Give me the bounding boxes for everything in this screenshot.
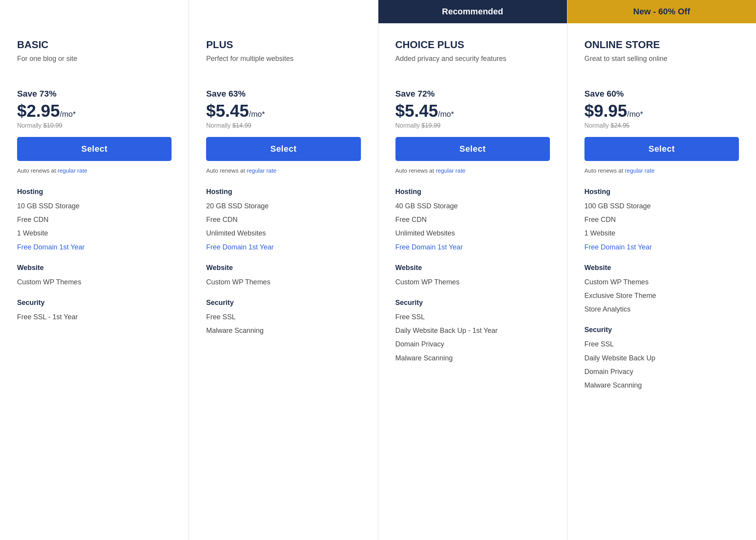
- hosting-title-basic: Hosting: [17, 188, 172, 196]
- website-feature-online-store-2: Store Analytics: [584, 305, 739, 314]
- website-group-basic: WebsiteCustom WP Themes: [17, 264, 172, 287]
- plan-col-basic: BASICFor one blog or siteSave 73% $2.95 …: [0, 0, 189, 540]
- security-feature-online-store-0: Free SSL: [584, 339, 739, 349]
- website-title-online-store: Website: [584, 264, 739, 272]
- plan-col-plus: PLUSPerfect for multiple websitesSave 63…: [189, 0, 378, 540]
- plan-name-choice-plus: CHOICE PLUS: [395, 39, 550, 51]
- hosting-feature-basic-2: 1 Website: [17, 228, 172, 238]
- security-feature-online-store-3: Malware Scanning: [584, 381, 739, 390]
- regular-rate-link-basic[interactable]: regular rate: [57, 167, 87, 174]
- plan-body-basic: BASICFor one blog or siteSave 73% $2.95 …: [0, 23, 189, 540]
- plan-badge-basic: [0, 0, 189, 23]
- regular-rate-link-plus[interactable]: regular rate: [246, 167, 276, 174]
- auto-renew-plus: Auto renews at regular rate: [206, 167, 361, 174]
- website-feature-online-store-1: Exclusive Store Theme: [584, 291, 739, 301]
- website-title-basic: Website: [17, 264, 172, 272]
- plan-normal-price-plus: Normally $14.99: [206, 122, 361, 129]
- auto-renew-choice-plus: Auto renews at regular rate: [395, 167, 550, 174]
- plan-save-online-store: Save 60%: [584, 89, 739, 99]
- security-group-plus: SecurityFree SSLMalware Scanning: [206, 299, 361, 336]
- plan-normal-price-choice-plus: Normally $19.99: [395, 122, 550, 129]
- hosting-feature-plus-2: Unlimited Websites: [206, 228, 361, 238]
- plan-normal-price-basic: Normally $10.99: [17, 122, 172, 129]
- hosting-feature-choice-plus-2: Unlimited Websites: [395, 228, 550, 238]
- hosting-domain-link-plus[interactable]: Free Domain 1st Year: [206, 242, 361, 252]
- plan-price-period-choice-plus: /mo*: [438, 110, 454, 119]
- security-feature-plus-1: Malware Scanning: [206, 326, 361, 336]
- hosting-feature-basic-0: 10 GB SSD Storage: [17, 201, 172, 211]
- plan-desc-plus: Perfect for multiple websites: [206, 55, 361, 78]
- hosting-title-plus: Hosting: [206, 188, 361, 196]
- hosting-feature-online-store-0: 100 GB SSD Storage: [584, 201, 739, 211]
- website-group-choice-plus: WebsiteCustom WP Themes: [395, 264, 550, 287]
- plan-body-choice-plus: CHOICE PLUSAdded privacy and security fe…: [378, 23, 567, 540]
- hosting-group-online-store: Hosting100 GB SSD StorageFree CDN1 Websi…: [584, 188, 739, 252]
- security-group-choice-plus: SecurityFree SSLDaily Website Back Up - …: [395, 299, 550, 363]
- plan-price-row-basic: $2.95 /mo*: [17, 101, 172, 121]
- plan-price-main-basic: $2.95: [17, 101, 60, 121]
- security-feature-choice-plus-3: Malware Scanning: [395, 353, 550, 363]
- website-group-online-store: WebsiteCustom WP ThemesExclusive Store T…: [584, 264, 739, 315]
- security-group-online-store: SecurityFree SSLDaily Website Back UpDom…: [584, 326, 739, 390]
- security-feature-choice-plus-2: Domain Privacy: [395, 339, 550, 349]
- hosting-feature-online-store-2: 1 Website: [584, 228, 739, 238]
- security-feature-choice-plus-1: Daily Website Back Up - 1st Year: [395, 326, 550, 336]
- auto-renew-basic: Auto renews at regular rate: [17, 167, 172, 174]
- hosting-feature-online-store-1: Free CDN: [584, 215, 739, 225]
- select-button-plus[interactable]: Select: [206, 137, 361, 161]
- plan-price-main-plus: $5.45: [206, 101, 249, 121]
- plan-save-plus: Save 63%: [206, 89, 361, 99]
- hosting-title-choice-plus: Hosting: [395, 188, 550, 196]
- hosting-domain-link-online-store[interactable]: Free Domain 1st Year: [584, 242, 739, 252]
- website-feature-online-store-0: Custom WP Themes: [584, 277, 739, 287]
- hosting-feature-plus-1: Free CDN: [206, 215, 361, 225]
- plan-body-plus: PLUSPerfect for multiple websitesSave 63…: [189, 23, 378, 540]
- website-feature-plus-0: Custom WP Themes: [206, 277, 361, 287]
- plan-price-row-online-store: $9.95 /mo*: [584, 101, 739, 121]
- select-button-online-store[interactable]: Select: [584, 137, 739, 161]
- plan-price-main-online-store: $9.95: [584, 101, 627, 121]
- select-button-basic[interactable]: Select: [17, 137, 172, 161]
- hosting-feature-choice-plus-1: Free CDN: [395, 215, 550, 225]
- hosting-feature-choice-plus-0: 40 GB SSD Storage: [395, 201, 550, 211]
- plan-name-plus: PLUS: [206, 39, 361, 51]
- auto-renew-online-store: Auto renews at regular rate: [584, 167, 739, 174]
- plan-col-online-store: New - 60% OffONLINE STOREGreat to start …: [567, 0, 756, 540]
- plan-badge-choice-plus: Recommended: [378, 0, 567, 23]
- plan-col-choice-plus: RecommendedCHOICE PLUSAdded privacy and …: [378, 0, 567, 540]
- plan-normal-price-online-store: Normally $24.95: [584, 122, 739, 129]
- hosting-title-online-store: Hosting: [584, 188, 739, 196]
- plan-price-row-plus: $5.45 /mo*: [206, 101, 361, 121]
- plan-badge-plus: [189, 0, 378, 23]
- hosting-group-plus: Hosting20 GB SSD StorageFree CDNUnlimite…: [206, 188, 361, 252]
- hosting-domain-link-basic[interactable]: Free Domain 1st Year: [17, 242, 172, 252]
- select-button-choice-plus[interactable]: Select: [395, 137, 550, 161]
- plan-badge-online-store: New - 60% Off: [567, 0, 756, 23]
- website-title-plus: Website: [206, 264, 361, 272]
- regular-rate-link-online-store[interactable]: regular rate: [625, 167, 655, 174]
- plan-save-choice-plus: Save 72%: [395, 89, 550, 99]
- plan-price-period-basic: /mo*: [60, 110, 76, 119]
- regular-rate-link-choice-plus[interactable]: regular rate: [436, 167, 466, 174]
- pricing-table: BASICFor one blog or siteSave 73% $2.95 …: [0, 0, 756, 540]
- security-feature-online-store-1: Daily Website Back Up: [584, 353, 739, 363]
- hosting-domain-link-choice-plus[interactable]: Free Domain 1st Year: [395, 242, 550, 252]
- security-title-plus: Security: [206, 299, 361, 307]
- plan-save-basic: Save 73%: [17, 89, 172, 99]
- plan-body-online-store: ONLINE STOREGreat to start selling onlin…: [567, 23, 756, 540]
- plan-price-main-choice-plus: $5.45: [395, 101, 438, 121]
- plan-price-period-plus: /mo*: [249, 110, 265, 119]
- plan-name-basic: BASIC: [17, 39, 172, 51]
- security-feature-choice-plus-0: Free SSL: [395, 312, 550, 322]
- plan-name-online-store: ONLINE STORE: [584, 39, 739, 51]
- plan-desc-basic: For one blog or site: [17, 55, 172, 78]
- website-group-plus: WebsiteCustom WP Themes: [206, 264, 361, 287]
- security-feature-plus-0: Free SSL: [206, 312, 361, 322]
- hosting-group-basic: Hosting10 GB SSD StorageFree CDN1 Websit…: [17, 188, 172, 252]
- hosting-feature-basic-1: Free CDN: [17, 215, 172, 225]
- security-group-basic: SecurityFree SSL - 1st Year: [17, 299, 172, 322]
- security-feature-basic-0: Free SSL - 1st Year: [17, 312, 172, 322]
- security-title-choice-plus: Security: [395, 299, 550, 307]
- website-title-choice-plus: Website: [395, 264, 550, 272]
- plan-desc-online-store: Great to start selling online: [584, 55, 739, 78]
